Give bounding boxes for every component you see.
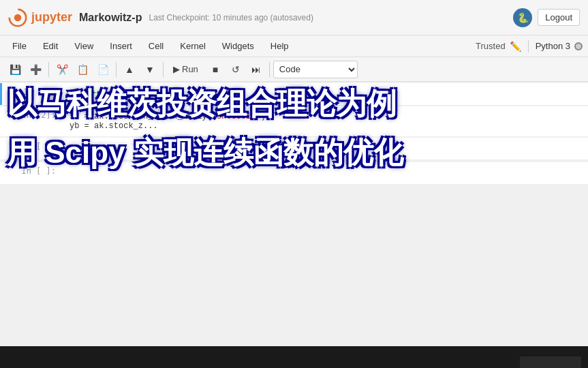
- menu-file[interactable]: File: [5, 38, 33, 54]
- top-bar-right: 🐍 Logout: [513, 8, 580, 27]
- cell-type-select[interactable]: Code Markdown Raw NBConvert: [273, 61, 358, 78]
- cell-2[interactable]: In [2]: sh = ak.stock_zh_index_daily("sh…: [0, 106, 588, 136]
- run-icon: ▶: [173, 64, 180, 74]
- svg-rect-2: [520, 356, 581, 368]
- save-button[interactable]: 💾: [5, 60, 25, 79]
- menu-insert[interactable]: Insert: [103, 38, 139, 54]
- menu-cell[interactable]: Cell: [142, 38, 170, 54]
- restart-run-button[interactable]: ⏭: [247, 60, 266, 79]
- svg-point-1: [14, 14, 22, 21]
- jupyter-wordmark: jupyter: [31, 10, 72, 25]
- toolbar-sep-2: [116, 62, 117, 77]
- cell-3-content[interactable]: [61, 138, 588, 155]
- toolbar-sep-3: [163, 62, 164, 77]
- toolbar: 💾 ➕ ✂️ 📋 📄 ▲ ▼ ▶ Run ■ ↺ ⏭ Code Markdown…: [0, 57, 588, 82]
- presenter-avatar: [520, 356, 581, 368]
- jupyter-logo: jupyter: [8, 8, 72, 27]
- menu-bar: File Edit View Insert Cell Kernel Widget…: [0, 35, 588, 57]
- menu-kernel[interactable]: Kernel: [173, 38, 213, 54]
- cell-3[interactable]: In [ ]:: [0, 138, 588, 159]
- separator: [528, 40, 529, 52]
- cell-4-prompt: In [ ]:: [0, 162, 61, 184]
- menu-right: Trusted ✏️ Python 3: [476, 40, 583, 52]
- add-cell-button[interactable]: ➕: [26, 60, 45, 79]
- python-logo-icon: 🐍: [513, 8, 532, 27]
- notebook-title[interactable]: Markowitz-p: [79, 12, 142, 24]
- interrupt-button[interactable]: ■: [206, 60, 225, 79]
- checkpoint-info: Last Checkpoint: 10 minutes ago (autosav…: [149, 13, 313, 22]
- toolbar-sep-4: [269, 62, 270, 77]
- cell-1-code: import numpy as np: [69, 86, 584, 102]
- presenter-thumbnail: [520, 356, 581, 368]
- edit-trusted-icon[interactable]: ✏️: [510, 41, 521, 52]
- menu-view[interactable]: View: [67, 38, 100, 54]
- cut-button[interactable]: ✂️: [52, 60, 72, 79]
- move-up-button[interactable]: ▲: [120, 60, 139, 79]
- move-down-button[interactable]: ▼: [140, 60, 159, 79]
- restart-button[interactable]: ↺: [226, 60, 245, 79]
- logout-button[interactable]: Logout: [538, 9, 580, 26]
- cell-3-prompt: In [ ]:: [0, 138, 61, 159]
- cell-2-prompt: In [2]:: [0, 106, 61, 136]
- copy-button[interactable]: 📋: [73, 60, 92, 79]
- run-button[interactable]: ▶ Run: [167, 60, 204, 79]
- cell-2-content[interactable]: sh = ak.stock_zh_index_daily("sh000016")…: [61, 106, 588, 136]
- lecture-area: 我们直接上代码: [0, 346, 588, 368]
- cell-1[interactable]: In [1]: import numpy as np: [0, 83, 588, 105]
- menu-help[interactable]: Help: [264, 38, 296, 54]
- notebook-area: In [1]: import numpy as np In [2]: sh = …: [0, 82, 588, 346]
- toolbar-sep-1: [48, 62, 49, 77]
- cell-4[interactable]: In [ ]:: [0, 162, 588, 184]
- cell-2-code: sh = ak.stock_zh_index_daily("sh000016")…: [67, 109, 584, 134]
- jupyter-icon: [8, 8, 27, 27]
- cell-4-content[interactable]: [61, 162, 588, 180]
- kernel-status-icon: [574, 42, 583, 50]
- menu-edit[interactable]: Edit: [36, 38, 65, 54]
- top-bar: jupyter Markowitz-p Last Checkpoint: 10 …: [0, 0, 588, 35]
- cell-1-content[interactable]: import numpy as np: [63, 83, 588, 105]
- cell-1-prompt: In [1]:: [2, 83, 63, 105]
- menu-widgets[interactable]: Widgets: [215, 38, 261, 54]
- paste-button[interactable]: 📄: [93, 60, 112, 79]
- trusted-label: Trusted: [476, 41, 506, 51]
- kernel-label: Python 3: [536, 41, 570, 51]
- run-label: Run: [182, 64, 198, 74]
